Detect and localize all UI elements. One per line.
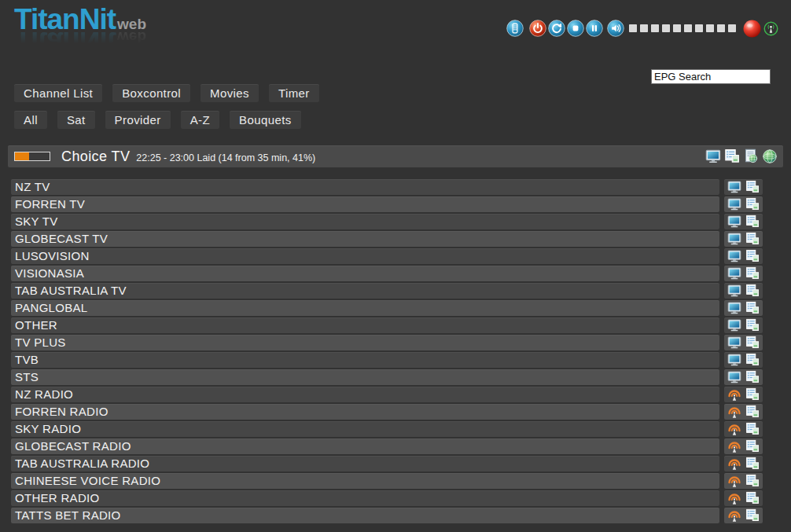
- channel-name[interactable]: FORREN TV: [11, 196, 719, 212]
- epg-list-icon[interactable]: [745, 284, 760, 298]
- watch-tv-icon[interactable]: [705, 149, 721, 164]
- volume-segment[interactable]: [717, 24, 725, 32]
- stop-icon[interactable]: [567, 20, 584, 37]
- volume-level-bar: [629, 24, 736, 32]
- logo-suffix-reflection: web: [117, 29, 146, 46]
- epg-list-icon[interactable]: [745, 318, 760, 332]
- radio-icon[interactable]: [727, 457, 741, 471]
- channel-actions: [724, 473, 763, 489]
- tv-icon[interactable]: [727, 353, 741, 367]
- channel-name[interactable]: NZ RADIO: [11, 387, 719, 402]
- remote-control-icon[interactable]: [506, 20, 524, 37]
- volume-segment[interactable]: [684, 24, 692, 32]
- epg-list-icon[interactable]: [745, 249, 760, 263]
- epg-list-icon[interactable]: [745, 266, 760, 281]
- filter-all[interactable]: All: [14, 111, 47, 129]
- epg-list-icon[interactable]: [745, 508, 760, 523]
- epg-list-icon[interactable]: [745, 353, 760, 367]
- epg-list-icon[interactable]: [745, 370, 760, 384]
- tv-icon[interactable]: [727, 336, 741, 350]
- reload-icon[interactable]: [548, 20, 565, 37]
- epg-list-icon[interactable]: [745, 439, 760, 453]
- epg-list-icon[interactable]: [745, 197, 760, 211]
- tv-icon[interactable]: [727, 249, 741, 263]
- channel-name[interactable]: GLOBECAST RADIO: [11, 438, 719, 454]
- filter-sat[interactable]: Sat: [57, 111, 95, 129]
- volume-segment[interactable]: [695, 24, 703, 32]
- epg-list-icon[interactable]: [745, 457, 760, 471]
- channel-name[interactable]: SKY TV: [11, 214, 719, 229]
- channel-name[interactable]: FORREN RADIO: [11, 404, 719, 420]
- nav-channel-list[interactable]: Channel List: [14, 84, 102, 102]
- epg-list-icon[interactable]: [745, 301, 760, 315]
- channel-actions: [724, 335, 763, 350]
- channel-name[interactable]: PANGLOBAL: [11, 300, 719, 316]
- channel-name[interactable]: STS: [11, 369, 719, 385]
- epg-list-icon[interactable]: [745, 336, 760, 350]
- volume-segment[interactable]: [706, 24, 714, 32]
- nav-timer[interactable]: Timer: [269, 84, 319, 102]
- channel-row: TATTS BET RADIO: [11, 508, 763, 523]
- power-icon[interactable]: [529, 20, 546, 37]
- radio-icon[interactable]: [727, 508, 741, 523]
- tv-icon[interactable]: [727, 197, 741, 211]
- tv-icon[interactable]: [727, 266, 741, 281]
- epg-list-icon[interactable]: [745, 215, 760, 229]
- radio-icon[interactable]: [727, 387, 741, 402]
- channel-name[interactable]: CHINEESE VOICE RADIO: [11, 473, 719, 489]
- epg-search-input[interactable]: [651, 69, 771, 84]
- volume-segment[interactable]: [651, 24, 659, 32]
- channel-name[interactable]: TVB: [11, 352, 719, 368]
- channel-name[interactable]: OTHER RADIO: [11, 490, 719, 506]
- channel-name[interactable]: TAB AUSTRALIA RADIO: [11, 456, 719, 471]
- volume-segment[interactable]: [673, 24, 681, 32]
- channel-name[interactable]: GLOBECAST TV: [11, 231, 719, 247]
- epg-page-icon[interactable]: [743, 149, 759, 164]
- channel-name[interactable]: TATTS BET RADIO: [11, 508, 719, 523]
- web-stream-icon[interactable]: [762, 149, 778, 164]
- epg-list-icon[interactable]: [724, 149, 740, 164]
- epg-list-icon[interactable]: [745, 422, 760, 436]
- epg-list-icon[interactable]: [745, 180, 760, 194]
- channel-actions: [724, 179, 763, 195]
- tv-icon[interactable]: [727, 284, 741, 298]
- volume-icon[interactable]: [607, 20, 624, 37]
- channel-name[interactable]: NZ TV: [11, 179, 719, 195]
- volume-segment[interactable]: [728, 24, 736, 32]
- filter-bouquets[interactable]: Bouquets: [230, 111, 301, 129]
- channel-name[interactable]: VISIONASIA: [11, 266, 719, 281]
- epg-list-icon[interactable]: [745, 387, 760, 402]
- radio-icon[interactable]: [727, 491, 741, 505]
- channel-actions: [724, 300, 763, 316]
- epg-list-icon[interactable]: [745, 491, 760, 505]
- channel-name[interactable]: SKY RADIO: [11, 421, 719, 437]
- radio-icon[interactable]: [727, 422, 741, 436]
- tv-icon[interactable]: [727, 318, 741, 332]
- epg-list-icon[interactable]: [745, 232, 760, 246]
- volume-segment[interactable]: [662, 24, 670, 32]
- channel-row: FORREN RADIO: [11, 404, 763, 420]
- tv-icon[interactable]: [727, 180, 741, 194]
- channel-name[interactable]: TAB AUSTRALIA TV: [11, 283, 719, 299]
- epg-list-icon[interactable]: [745, 474, 760, 488]
- nav-boxcontrol[interactable]: Boxcontrol: [112, 84, 190, 102]
- radio-icon[interactable]: [727, 405, 741, 419]
- channel-name[interactable]: OTHER: [11, 317, 719, 333]
- tv-icon[interactable]: [727, 215, 741, 229]
- pause-icon[interactable]: [586, 20, 603, 37]
- channel-name[interactable]: TV PLUS: [11, 335, 719, 350]
- volume-segment[interactable]: [640, 24, 648, 32]
- volume-segment[interactable]: [629, 24, 637, 32]
- nav-movies[interactable]: Movies: [201, 84, 259, 102]
- tv-icon[interactable]: [727, 301, 741, 315]
- now-playing-actions: [705, 149, 778, 164]
- radio-icon[interactable]: [727, 439, 741, 453]
- tv-icon[interactable]: [727, 370, 741, 384]
- filter-provider[interactable]: Provider: [105, 111, 171, 129]
- filter-a-z[interactable]: A-Z: [181, 111, 219, 129]
- epg-list-icon[interactable]: [745, 405, 760, 419]
- radio-icon[interactable]: [727, 474, 741, 488]
- channel-row: VISIONASIA: [11, 266, 763, 281]
- channel-name[interactable]: LUSOVISION: [11, 248, 719, 264]
- tv-icon[interactable]: [727, 232, 741, 246]
